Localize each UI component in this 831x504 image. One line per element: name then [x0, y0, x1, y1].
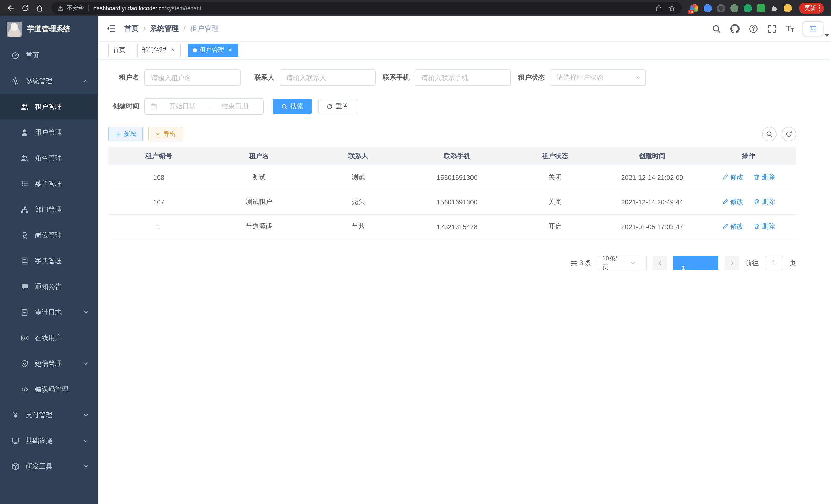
sidebar-item-infra[interactable]: 基础设施 — [0, 428, 98, 454]
active-dot — [193, 48, 197, 52]
online-icon — [21, 334, 29, 342]
font-size-icon[interactable]: TT — [786, 24, 794, 33]
browser-menu-icon[interactable] — [819, 5, 820, 11]
reset-button[interactable]: 重置 — [318, 99, 357, 114]
sidebar-item-dept[interactable]: 部门管理 — [0, 197, 98, 223]
export-button[interactable]: 导出 — [148, 127, 182, 141]
goto-page-input[interactable] — [765, 256, 783, 270]
sidebar-item-label: 角色管理 — [35, 154, 62, 163]
sidebar-item-notice[interactable]: 通知公告 — [0, 274, 98, 299]
avatar-dropdown-caret-icon[interactable] — [825, 34, 829, 37]
address-bar[interactable]: 不安全 dashboard.yudao.iocoder.cn/system/te… — [51, 2, 682, 14]
phone-input[interactable] — [415, 69, 511, 86]
delete-link[interactable]: 删除 — [754, 173, 775, 182]
user-avatar[interactable] — [803, 21, 823, 36]
breadcrumb-home[interactable]: 首页 — [124, 24, 139, 33]
extension-colorful-icon[interactable]: 10 — [690, 4, 698, 12]
browser-update-button[interactable]: 更新 — [799, 2, 824, 13]
page-number-button[interactable]: 1 — [673, 256, 718, 270]
sidebar-item-role[interactable]: 角色管理 — [0, 145, 98, 171]
divider — [88, 5, 89, 11]
dict-icon — [21, 257, 29, 265]
sidebar-item-home[interactable]: 首页 — [0, 42, 98, 68]
tag-label: 首页 — [113, 46, 125, 55]
cell-tenant-id: 108 — [109, 165, 209, 189]
bookmark-star-icon[interactable] — [668, 4, 676, 11]
close-icon[interactable]: × — [227, 47, 234, 54]
sidebar-toggle-icon[interactable] — [106, 23, 116, 34]
contact-input[interactable] — [280, 69, 376, 86]
security-label[interactable]: 不安全 — [67, 4, 84, 12]
close-icon[interactable]: × — [169, 47, 176, 54]
edit-link[interactable]: 修改 — [722, 222, 743, 231]
show-search-button[interactable] — [762, 127, 776, 141]
browser-home-button[interactable] — [33, 1, 46, 14]
sidebar-item-post[interactable]: 岗位管理 — [0, 223, 98, 248]
sidebar-item-online-user[interactable]: 在线用户 — [0, 325, 98, 351]
cell-phone: 15601691300 — [407, 165, 507, 189]
sidebar-item-user[interactable]: 用户管理 — [0, 120, 98, 145]
sidebar-item-menu[interactable]: 菜单管理 — [0, 171, 98, 197]
next-page-button[interactable] — [725, 256, 739, 270]
sidebar-item-system[interactable]: 系统管理 — [0, 68, 98, 94]
profile-avatar[interactable] — [783, 4, 792, 12]
table-row: 108 测试 测试 15601691300 关闭 2021-12-14 21:0… — [109, 165, 796, 189]
tools-icon — [11, 463, 20, 471]
user-icon — [21, 128, 29, 137]
browser-reload-button[interactable] — [19, 1, 32, 14]
delete-link[interactable]: 删除 — [754, 197, 775, 207]
extensions-puzzle-icon[interactable] — [770, 4, 778, 12]
sms-icon — [21, 360, 29, 368]
add-button[interactable]: 新增 — [109, 127, 143, 141]
extension-chat-icon[interactable] — [757, 4, 765, 12]
tenant-name-label: 租户名 — [109, 73, 139, 82]
extension-pin-icon[interactable] — [703, 4, 712, 12]
edit-icon — [722, 174, 728, 181]
cell-created: 2021-12-14 21:02:09 — [603, 165, 701, 189]
fullscreen-icon[interactable] — [767, 24, 776, 33]
chevron-down-icon — [635, 75, 641, 81]
extension-avatar-icon[interactable] — [730, 4, 738, 12]
refresh-table-button[interactable] — [782, 127, 796, 141]
edit-link[interactable]: 修改 — [722, 197, 743, 207]
delete-link[interactable]: 删除 — [754, 222, 775, 231]
header-search-icon[interactable] — [712, 24, 721, 33]
create-time-range-picker[interactable]: 开始日期 - 结束日期 — [144, 98, 264, 115]
sidebar-item-sms[interactable]: 短信管理 — [0, 351, 98, 377]
page-size-value: 10条/页 — [602, 254, 623, 271]
sidebar-logo[interactable]: 芋道管理系统 — [0, 16, 98, 42]
extension-globe-icon[interactable] — [717, 4, 725, 12]
range-separator: - — [206, 102, 212, 110]
sidebar-item-error-code[interactable]: 错误码管理 — [0, 377, 98, 402]
tag-home[interactable]: 首页 — [109, 43, 130, 57]
sidebar-item-label: 研发工具 — [26, 462, 52, 471]
page-size-select[interactable]: 10条/页 — [598, 256, 647, 270]
edit-icon — [722, 223, 728, 230]
cell-contact: 芋艿 — [309, 214, 407, 239]
sidebar-item-devtools[interactable]: 研发工具 — [0, 454, 98, 479]
edit-link[interactable]: 修改 — [722, 173, 743, 182]
start-date-placeholder[interactable]: 开始日期 — [159, 102, 206, 111]
browser-back-button[interactable] — [4, 1, 18, 14]
share-icon[interactable] — [655, 4, 662, 11]
sidebar-item-dict[interactable]: 字典管理 — [0, 248, 98, 274]
breadcrumb-system[interactable]: 系统管理 — [150, 24, 179, 33]
sidebar-item-payment[interactable]: 支付管理 — [0, 402, 98, 428]
tag-dept[interactable]: 部门管理 × — [137, 43, 181, 57]
sidebar-item-tenant[interactable]: 租户管理 — [0, 94, 98, 120]
tenant-name-input[interactable] — [144, 69, 240, 86]
github-icon[interactable] — [730, 24, 740, 33]
phone-label: 联系手机 — [379, 73, 409, 82]
sidebar-item-label: 短信管理 — [35, 359, 62, 368]
end-date-placeholder[interactable]: 结束日期 — [212, 102, 258, 111]
status-select[interactable]: 请选择租户状态 — [550, 69, 646, 86]
logo-avatar — [7, 22, 22, 37]
status-placeholder: 请选择租户状态 — [556, 73, 635, 82]
prev-page-button[interactable] — [653, 256, 667, 270]
search-button[interactable]: 搜索 — [273, 99, 312, 114]
tag-tenant-active[interactable]: 租户管理 × — [188, 43, 238, 57]
sidebar-item-audit-log[interactable]: 审计日志 — [0, 299, 98, 325]
search-icon — [766, 130, 773, 138]
extension-green-icon[interactable] — [743, 4, 752, 12]
help-icon[interactable] — [749, 24, 758, 33]
